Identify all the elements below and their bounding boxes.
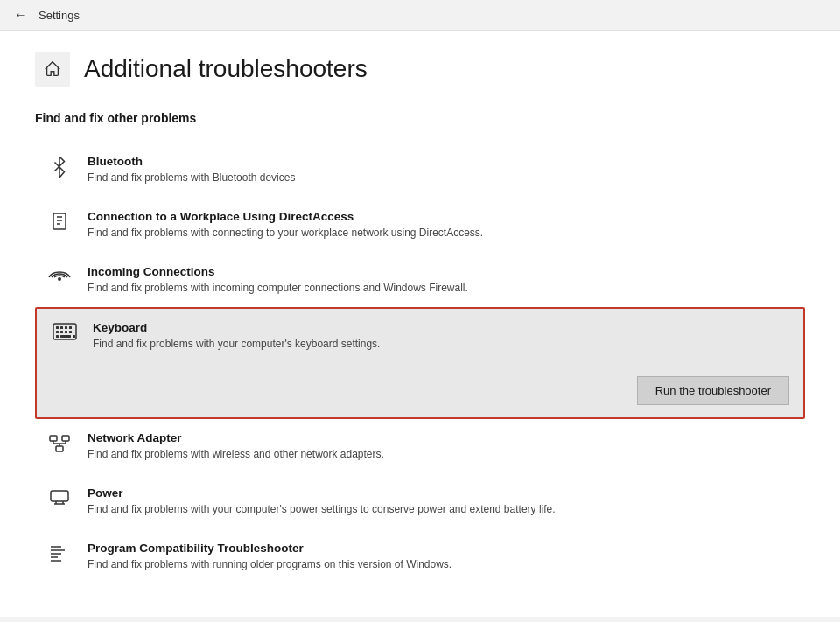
- title-bar-label: Settings: [38, 9, 80, 22]
- incoming-icon: [46, 265, 74, 288]
- incoming-name: Incoming Connections: [88, 265, 794, 278]
- power-icon: [46, 486, 74, 506]
- keyboard-icon: [51, 321, 79, 340]
- svg-rect-12: [65, 331, 67, 333]
- main-content: Additional troubleshooters Find and fix …: [0, 31, 840, 617]
- svg-rect-10: [56, 331, 59, 333]
- troubleshooter-keyboard[interactable]: Keyboard Find and fix problems with your…: [35, 307, 805, 419]
- svg-rect-6: [56, 326, 59, 329]
- incoming-desc: Find and fix problems with incoming comp…: [88, 281, 794, 296]
- troubleshooter-incoming[interactable]: Incoming Connections Find and fix proble…: [35, 253, 805, 308]
- svg-rect-16: [73, 335, 75, 338]
- svg-rect-9: [69, 326, 72, 329]
- bluetooth-text: Bluetooth Find and fix problems with Blu…: [88, 155, 794, 185]
- svg-rect-0: [53, 213, 66, 229]
- program-icon: [46, 542, 74, 564]
- svg-point-4: [58, 277, 61, 281]
- page-header: Additional troubleshooters: [35, 52, 805, 87]
- svg-rect-18: [62, 436, 69, 441]
- troubleshooter-bluetooth[interactable]: Bluetooth Find and fix problems with Blu…: [35, 143, 805, 198]
- power-text: Power Find and fix problems with your co…: [88, 486, 794, 517]
- svg-rect-14: [56, 335, 59, 338]
- network-desc: Find and fix problems with wireless and …: [88, 447, 794, 462]
- svg-rect-7: [60, 326, 63, 329]
- svg-rect-17: [50, 436, 57, 441]
- svg-rect-24: [51, 491, 68, 501]
- run-troubleshooter-button[interactable]: Run the troubleshooter: [637, 376, 789, 405]
- directaccess-icon: [46, 210, 74, 233]
- svg-rect-11: [60, 331, 63, 333]
- troubleshooter-list: Bluetooth Find and fix problems with Blu…: [35, 143, 805, 584]
- bluetooth-icon: [46, 155, 74, 178]
- network-name: Network Adapter: [88, 431, 794, 444]
- power-desc: Find and fix problems with your computer…: [88, 502, 794, 517]
- keyboard-header: Keyboard Find and fix problems with your…: [51, 321, 789, 352]
- troubleshooter-network[interactable]: Network Adapter Find and fix problems wi…: [35, 419, 805, 474]
- troubleshooter-power[interactable]: Power Find and fix problems with your co…: [35, 474, 805, 529]
- directaccess-text: Connection to a Workplace Using DirectAc…: [88, 210, 794, 241]
- directaccess-name: Connection to a Workplace Using DirectAc…: [88, 210, 794, 223]
- bluetooth-desc: Find and fix problems with Bluetooth dev…: [88, 171, 794, 185]
- directaccess-desc: Find and fix problems with connecting to…: [88, 226, 794, 241]
- svg-rect-13: [69, 331, 72, 333]
- power-name: Power: [88, 486, 794, 500]
- troubleshooter-directaccess[interactable]: Connection to a Workplace Using DirectAc…: [35, 198, 805, 253]
- bluetooth-name: Bluetooth: [88, 155, 794, 168]
- keyboard-desc: Find and fix problems with your computer…: [93, 337, 789, 352]
- svg-rect-15: [60, 335, 71, 338]
- incoming-text: Incoming Connections Find and fix proble…: [88, 265, 794, 296]
- svg-rect-19: [56, 446, 63, 451]
- program-name: Program Compatibility Troubleshooter: [88, 542, 794, 555]
- keyboard-name: Keyboard: [93, 321, 789, 334]
- home-icon: [35, 52, 70, 87]
- troubleshooter-program[interactable]: Program Compatibility Troubleshooter Fin…: [35, 529, 805, 584]
- keyboard-text: Keyboard Find and fix problems with your…: [93, 321, 789, 352]
- title-bar: ← Settings: [0, 0, 840, 31]
- section-heading: Find and fix other problems: [35, 111, 805, 125]
- page-title: Additional troubleshooters: [84, 55, 368, 83]
- network-icon: [46, 431, 74, 454]
- network-text: Network Adapter Find and fix problems wi…: [88, 431, 794, 462]
- program-text: Program Compatibility Troubleshooter Fin…: [88, 542, 794, 572]
- back-button[interactable]: ←: [14, 7, 28, 23]
- program-desc: Find and fix problems with running older…: [88, 557, 794, 572]
- svg-rect-8: [65, 326, 67, 329]
